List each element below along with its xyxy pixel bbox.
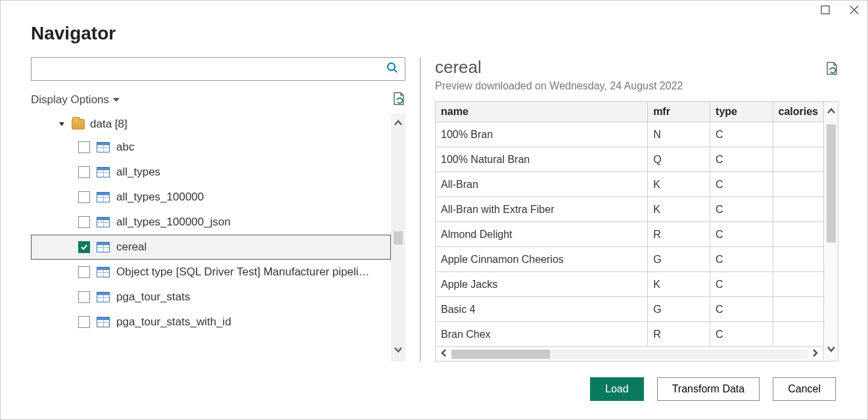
tree-item-label: all_types: [116, 166, 391, 179]
table-cell: [773, 322, 823, 347]
table-row[interactable]: Almond DelightRC: [436, 222, 824, 247]
checkbox[interactable]: [78, 291, 90, 303]
table-row[interactable]: 100% Natural BranQC: [436, 147, 824, 172]
tree-item[interactable]: abc: [31, 135, 391, 160]
tree-item[interactable]: all_types_100000: [31, 185, 391, 210]
table-cell: C: [710, 222, 773, 247]
table-cell: [773, 247, 823, 272]
tree-item[interactable]: cereal: [31, 235, 391, 260]
tree-item-label: abc: [116, 141, 391, 154]
table-row[interactable]: All-Bran with Extra FiberKC: [436, 197, 824, 222]
svg-marker-6: [396, 99, 398, 101]
checkbox[interactable]: [78, 316, 90, 328]
cancel-button[interactable]: Cancel: [773, 377, 836, 401]
column-header[interactable]: name: [436, 102, 648, 122]
tree-item[interactable]: all_types_100000_json: [31, 210, 391, 235]
table-row[interactable]: 100% BranNC: [436, 122, 824, 147]
checkbox[interactable]: [78, 141, 90, 153]
table-row[interactable]: Apple Cinnamon CheeriosGC: [436, 247, 824, 272]
search-input[interactable]: [38, 64, 386, 75]
load-button[interactable]: Load: [590, 377, 644, 401]
transform-data-button[interactable]: Transform Data: [657, 377, 760, 401]
table-cell: C: [710, 272, 773, 297]
nav-tree: data [8] abcall_typesall_types_100000all…: [31, 114, 391, 362]
table-cell: [773, 272, 823, 297]
preview-pane: cereal Preview downloaded on Wednesday, …: [435, 57, 838, 362]
table-cell: [773, 147, 823, 172]
table-cell: R: [648, 322, 710, 347]
header: Navigator: [1, 19, 867, 57]
table-cell: K: [648, 272, 710, 297]
table-icon: [97, 267, 110, 277]
maximize-button[interactable]: [820, 5, 831, 15]
scroll-thumb[interactable]: [451, 350, 550, 359]
display-options-dropdown[interactable]: Display Options: [31, 93, 120, 106]
search-icon[interactable]: [386, 62, 398, 76]
preview-title: cereal: [435, 57, 683, 78]
svg-point-3: [388, 63, 395, 70]
table-h-scrollbar[interactable]: [435, 347, 824, 362]
close-button[interactable]: [849, 5, 859, 15]
svg-marker-5: [113, 98, 120, 102]
table-cell: Bran Chex: [436, 322, 648, 347]
table-cell: Apple Cinnamon Cheerios: [436, 247, 648, 272]
table-row[interactable]: Basic 4GC: [436, 297, 824, 322]
collapse-caret-icon[interactable]: [58, 120, 66, 128]
pane-divider: [420, 57, 421, 362]
scroll-left-icon[interactable]: [440, 348, 449, 360]
svg-marker-7: [59, 122, 64, 126]
scroll-up-icon[interactable]: [393, 118, 403, 131]
table-cell: Basic 4: [436, 297, 648, 322]
table-icon: [97, 242, 110, 252]
scroll-up-icon[interactable]: [826, 106, 836, 119]
tree-item[interactable]: pga_tour_stats_with_id: [31, 310, 391, 335]
refresh-preview-icon[interactable]: [825, 61, 838, 78]
table-cell: G: [648, 297, 710, 322]
scroll-down-icon[interactable]: [393, 344, 403, 358]
table-cell: N: [648, 122, 710, 147]
column-header[interactable]: calories: [773, 102, 823, 122]
titlebar: [1, 1, 867, 19]
column-header[interactable]: type: [710, 102, 773, 122]
table-cell: K: [648, 197, 710, 222]
footer: Load Transform Data Cancel: [1, 362, 867, 419]
table-row[interactable]: Bran ChexRC: [436, 322, 824, 347]
tree-scrollbar[interactable]: [391, 114, 405, 362]
table-cell: C: [710, 297, 773, 322]
table-cell: Q: [648, 147, 710, 172]
tree-root-item[interactable]: data [8]: [31, 114, 391, 135]
table-row[interactable]: Apple JacksKC: [436, 272, 824, 297]
table-cell: [773, 222, 823, 247]
scroll-down-icon[interactable]: [826, 344, 836, 357]
table-cell: [773, 122, 823, 147]
checkbox[interactable]: [78, 266, 90, 278]
checkbox[interactable]: [78, 241, 90, 253]
tree-item[interactable]: all_types: [31, 160, 391, 185]
tree-item-label: all_types_100000_json: [116, 216, 391, 229]
table-cell: R: [648, 222, 710, 247]
table-icon: [97, 317, 110, 327]
table-cell: All-Bran with Extra Fiber: [436, 197, 648, 222]
checkbox[interactable]: [78, 216, 90, 228]
table-cell: Apple Jacks: [436, 272, 648, 297]
table-cell: C: [710, 147, 773, 172]
scroll-right-icon[interactable]: [810, 348, 819, 360]
table-v-scrollbar[interactable]: [824, 101, 838, 362]
svg-marker-8: [829, 68, 831, 70]
table-cell: C: [710, 247, 773, 272]
search-box[interactable]: [31, 57, 405, 81]
table-icon: [97, 292, 110, 302]
svg-line-4: [394, 70, 397, 72]
table-row[interactable]: All-BranKC: [436, 172, 824, 197]
scroll-thumb[interactable]: [827, 124, 836, 243]
navigator-dialog: Navigator Display Options: [0, 0, 868, 420]
tree-item[interactable]: pga_tour_stats: [31, 285, 391, 310]
checkbox[interactable]: [78, 191, 90, 203]
column-header[interactable]: mfr: [648, 102, 710, 122]
table-cell: C: [710, 122, 773, 147]
checkbox[interactable]: [78, 166, 90, 178]
scroll-thumb[interactable]: [394, 231, 403, 245]
table-cell: G: [648, 247, 710, 272]
tree-item[interactable]: Object type [SQL Driver Test] Manufactur…: [31, 260, 391, 285]
refresh-preview-icon[interactable]: [392, 91, 405, 108]
